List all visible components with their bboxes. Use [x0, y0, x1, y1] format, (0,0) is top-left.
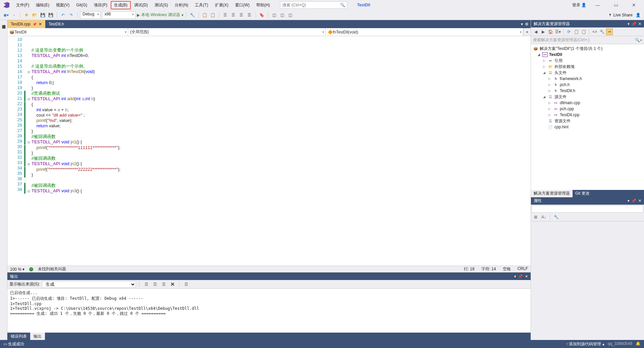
menu-tools[interactable]: 工具(T) [192, 1, 211, 9]
menu-debug[interactable]: 调试(D) [131, 1, 151, 9]
menu-file[interactable]: 文件(F) [13, 1, 33, 9]
tb-comment-icon[interactable]: ☰ [238, 12, 245, 18]
tree-testdll-h[interactable]: ▷hTestDll.h [531, 88, 644, 94]
minimize-button[interactable]: — [591, 1, 604, 9]
sln-search-input[interactable]: 搜索解决方案资源管理器(Ctrl+;) 🔍▾ [531, 36, 644, 44]
props-wrench-icon[interactable]: 🔧 [553, 214, 559, 220]
status-source-control[interactable]: ↑ 添加到源代码管理 ▴ [566, 341, 604, 347]
nav-fwd-icon[interactable]: ◦ [11, 12, 17, 18]
sln-back-icon[interactable]: ◀ [532, 28, 539, 35]
tb-icon-1[interactable]: 🔧 [189, 12, 196, 18]
save-all-icon[interactable]: 💾 [47, 12, 54, 18]
tree-pch-cpp[interactable]: ▷++pch.cpp [531, 106, 644, 112]
menu-view[interactable]: 视图(V) [53, 1, 73, 9]
tb-outdent-icon[interactable]: ☰ [230, 12, 237, 18]
tree-sources-folder[interactable]: ◢☰源文件 [531, 94, 644, 100]
server-explorer-tab[interactable]: 服务器资源管理器 [1, 22, 6, 338]
panel-close-icon[interactable]: ✕ [525, 274, 528, 279]
out-wrap-icon[interactable]: ☰ [183, 281, 190, 288]
feedback-icon[interactable]: 👤 [635, 12, 641, 18]
status-notification-icon[interactable]: 🔔 [636, 341, 641, 347]
zoom-combo[interactable]: 100 % ▾ [10, 267, 24, 272]
sln-collapse-icon[interactable]: 📋 [580, 28, 587, 35]
sln-preview-icon[interactable]: ━ [606, 28, 613, 35]
platform-combo[interactable]: x86 [102, 11, 136, 19]
global-search-input[interactable] [280, 1, 347, 9]
out-next-icon[interactable]: ☰ [160, 281, 167, 288]
tree-references[interactable]: ▷▪▪引用 [531, 58, 644, 64]
tree-dllmain-cpp[interactable]: ▷++dllmain.cpp [531, 100, 644, 106]
config-combo[interactable]: Debug [80, 11, 101, 19]
tree-pch-h[interactable]: ▷hpch.h [531, 82, 644, 88]
menu-build[interactable]: 生成(B) [111, 1, 131, 9]
props-close-icon[interactable]: ✕ [638, 199, 641, 203]
panel-dropdown-icon[interactable]: ▾ [514, 274, 516, 279]
menu-window[interactable]: 窗口(W) [232, 1, 253, 9]
nav-scope-combo[interactable]: 📦 TestDll [7, 28, 128, 36]
out-find-icon[interactable]: ☰ [143, 281, 150, 288]
tb-bookmark-icon[interactable]: 🔖 [259, 12, 265, 18]
tb-icon-10[interactable]: ◫ [279, 12, 286, 18]
code-editor[interactable]: 1011121314151617181920212223242526272829… [7, 36, 531, 266]
redo-icon[interactable]: ↷ [68, 12, 74, 18]
tree-solution-root[interactable]: 📦解决方案"TestDll"(1 个项目/共 1 个) [531, 46, 644, 52]
tb-icon-3[interactable]: 📋 [210, 12, 216, 18]
menu-analyze[interactable]: 分析(N) [171, 1, 192, 9]
search-icon[interactable]: 🔍 [340, 3, 345, 7]
sln-close-icon[interactable]: ✕ [638, 22, 641, 26]
tree-cpphint[interactable]: 📄cpp.hint [531, 124, 644, 130]
panel-pin-icon[interactable]: 📌 [518, 274, 523, 279]
sln-pin-icon[interactable]: 📌 [632, 22, 636, 26]
login-button[interactable]: 登录 👤 [572, 2, 586, 8]
sln-home-icon[interactable]: 🏠 [547, 28, 554, 35]
nav-member-combo[interactable]: 🔶 fnTestDll(void) [326, 28, 523, 36]
sln-fwd-icon[interactable]: ▶ [540, 28, 546, 35]
tb-indent-icon[interactable]: ☰ [222, 12, 229, 18]
menu-git[interactable]: Git(G) [73, 1, 91, 9]
props-categorized-icon[interactable]: ⊞ [532, 214, 539, 220]
tab-output[interactable]: 输出 [30, 333, 45, 340]
save-icon[interactable]: 💾 [39, 12, 46, 18]
tab-testdll-cpp[interactable]: TestDll.cpp 📌 ✕ [7, 20, 45, 28]
output-text[interactable]: 已启动生成... 1>------ 已启动生成: 项目: TestDll, 配置… [7, 289, 531, 333]
search-icon[interactable]: 🔍▾ [635, 38, 642, 43]
props-object-combo[interactable] [532, 205, 643, 213]
props-alpha-icon[interactable]: A↓ [540, 214, 547, 220]
output-source-combo[interactable]: 生成 [42, 281, 136, 288]
sln-tab-explorer[interactable]: 解决方案资源管理器 [531, 190, 573, 197]
nav-context-combo[interactable]: (全局范围) [128, 28, 326, 36]
sln-sync-icon[interactable]: ⟳ [566, 28, 572, 35]
menu-edit[interactable]: 编辑(E) [33, 1, 53, 9]
tb-icon-11[interactable]: ◫ [287, 12, 294, 18]
nav-back-icon[interactable]: ◉▾ [3, 12, 9, 18]
menu-extensions[interactable]: 扩展(X) [212, 1, 232, 9]
start-debug-button[interactable]: ▶ 本地 Windows 调试器 ▾ [137, 12, 183, 18]
tab-settings-icon[interactable]: ⚙ [525, 22, 529, 26]
maximize-button[interactable]: ▭ [609, 1, 623, 9]
close-window-button[interactable]: ✕ [627, 1, 641, 9]
sln-dropdown-icon[interactable]: ▾ [628, 22, 630, 26]
menu-help[interactable]: 帮助(H) [253, 1, 273, 9]
tree-testdll-cpp[interactable]: ▷++TestDll.cpp [531, 112, 644, 118]
tab-testdll-h[interactable]: TestDll.h [45, 20, 67, 28]
props-dropdown-icon[interactable]: ▾ [628, 199, 630, 203]
nav-add-icon[interactable]: + [523, 28, 531, 36]
tree-external-deps[interactable]: ▷📁外部依赖项 [531, 64, 644, 70]
pin-icon[interactable]: 📌 [33, 22, 37, 26]
undo-icon[interactable]: ↶ [60, 12, 66, 18]
new-project-icon[interactable]: ✚ [23, 12, 30, 18]
menu-test[interactable]: 测试(S) [151, 1, 171, 9]
tree-project[interactable]: ◢++TestDll [531, 52, 644, 58]
tb-icon-2[interactable]: 📋 [202, 12, 208, 18]
out-clear-icon[interactable]: 🗙 [169, 281, 176, 288]
tab-errorlist[interactable]: 错误列表 [7, 333, 30, 340]
tree-framework-h[interactable]: ▷hframework.h [531, 76, 644, 82]
out-prev-icon[interactable]: ☰ [152, 281, 158, 288]
sln-tab-git[interactable]: Git 更改 [573, 190, 592, 197]
solution-tree[interactable]: 📦解决方案"TestDll"(1 个项目/共 1 个) ◢++TestDll ▷… [531, 44, 644, 190]
sln-code-icon[interactable]: <> [591, 28, 598, 35]
props-pin-icon[interactable]: 📌 [632, 199, 636, 203]
sln-showall-icon[interactable]: 📋 [573, 28, 580, 35]
tree-resources-folder[interactable]: ☰资源文件 [531, 118, 644, 124]
liveshare-button[interactable]: 🖈 Live Share [608, 13, 633, 17]
